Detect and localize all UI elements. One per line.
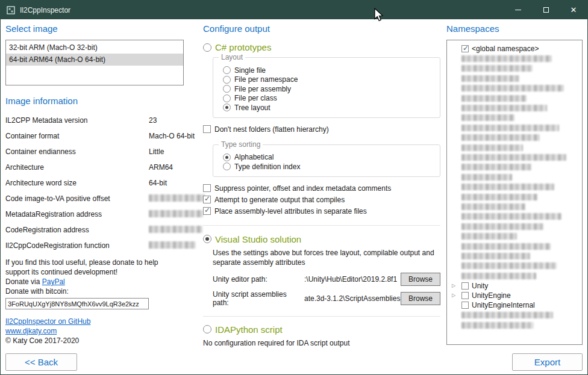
namespace-item-redacted[interactable] — [447, 152, 582, 162]
redacted-text — [461, 262, 557, 269]
donate-via-text: Donate via — [5, 277, 42, 286]
namespace-label: <global namespace> — [472, 45, 539, 53]
radio-file-per-namespace[interactable]: File per namespace — [223, 75, 435, 85]
namespace-item-redacted[interactable] — [447, 93, 582, 103]
redacted-text — [461, 184, 554, 190]
maximize-button[interactable] — [532, 1, 560, 19]
namespace-item-unityengineinternal[interactable]: UnityEngineInternal — [447, 300, 582, 310]
browse-editor-path-button[interactable]: Browse — [401, 273, 440, 286]
redacted-value — [149, 194, 205, 202]
namespace-item-redacted[interactable] — [447, 64, 582, 73]
radio-tree-layout[interactable]: Tree layout — [223, 103, 435, 113]
radio-file-per-class[interactable]: File per class — [223, 94, 435, 104]
radio-idapython-script[interactable]: IDAPython script — [203, 324, 442, 335]
donate-text: If you find this tool useful, please don… — [5, 258, 177, 277]
namespace-item-redacted[interactable] — [447, 202, 582, 211]
radio-csharp-prototypes[interactable]: C# prototypes — [203, 42, 442, 52]
radio-icon — [203, 43, 211, 52]
namespaces-tree[interactable]: <global namespace> ▷ Unity ▷ UnityEngine… — [446, 40, 583, 345]
redacted-text — [461, 134, 540, 141]
namespace-item-redacted[interactable] — [447, 172, 582, 182]
checkbox-icon[interactable] — [461, 302, 469, 309]
radio-type-definition-index[interactable]: Type definition index — [223, 162, 435, 172]
website-link[interactable]: www.djkaty.com — [5, 326, 202, 336]
namespace-item-unityengine[interactable]: ▷ UnityEngine — [447, 291, 582, 300]
redacted-text — [461, 164, 531, 170]
vs-solution-description: Uses the settings above but forces tree … — [213, 248, 437, 267]
namespace-item-redacted[interactable] — [447, 113, 582, 123]
paypal-link[interactable]: PayPal — [42, 277, 65, 286]
minimize-button[interactable] — [504, 1, 532, 19]
separator — [203, 225, 440, 226]
redacted-text — [461, 312, 553, 318]
info-row-metadata-version: IL2CPP Metadata version 23 — [5, 113, 202, 128]
export-button[interactable]: Export — [512, 353, 583, 371]
namespace-item-redacted[interactable] — [447, 73, 582, 83]
namespace-item-redacted[interactable] — [447, 163, 582, 172]
radio-single-file[interactable]: Single file — [223, 66, 435, 75]
namespace-item-redacted[interactable] — [447, 320, 582, 330]
redacted-namespace-items — [447, 311, 582, 330]
namespace-item-redacted[interactable] — [447, 84, 582, 93]
namespace-item-global[interactable]: <global namespace> — [447, 44, 582, 54]
window-title: Il2CppInspector — [20, 6, 70, 14]
redacted-value — [149, 241, 196, 249]
namespace-label: Unity — [472, 282, 488, 290]
title-bar[interactable]: Il2CppInspector ✕ — [1, 1, 587, 19]
checkbox-suppress-comments[interactable]: Suppress pointer, offset and index metad… — [203, 184, 442, 193]
bitcoin-address-input[interactable] — [5, 298, 149, 309]
radio-visual-studio-solution[interactable]: Visual Studio solution — [203, 234, 442, 244]
namespace-item-redacted[interactable] — [447, 311, 582, 320]
redacted-text — [461, 144, 523, 151]
namespace-item-redacted[interactable] — [447, 222, 582, 231]
redacted-text — [461, 55, 552, 62]
checkbox-icon[interactable] — [461, 292, 469, 299]
info-row-word-size: Architecture word size 64-bit — [5, 175, 202, 191]
close-button[interactable]: ✕ — [560, 1, 587, 19]
namespace-item-redacted[interactable] — [447, 251, 582, 261]
namespace-item-redacted[interactable] — [447, 261, 582, 271]
checkbox-output-compiles[interactable]: Attempt to generate output that compiles — [203, 196, 442, 204]
checkbox-icon[interactable] — [461, 45, 469, 52]
donate-paypal-line: Donate via PayPal — [5, 277, 202, 287]
info-label: Container format — [5, 132, 149, 140]
namespace-item-redacted[interactable] — [447, 133, 582, 143]
redacted-text — [461, 105, 547, 111]
expander-icon[interactable]: ▷ — [452, 291, 458, 300]
checkbox-separate-attribute-files[interactable]: Place assembly-level attributes in separ… — [203, 207, 442, 215]
back-button[interactable]: << Back — [5, 353, 77, 371]
info-row-coderegistration-function: Il2CppCodeRegistration function — [5, 238, 202, 253]
namespace-item-redacted[interactable] — [447, 123, 582, 132]
radio-label: File per namespace — [234, 75, 298, 84]
browse-assemblies-path-button[interactable]: Browse — [401, 292, 440, 305]
checkbox-icon — [203, 184, 211, 192]
info-label: MetadataRegistration address — [5, 210, 149, 218]
info-value: 23 — [149, 116, 202, 125]
select-image-panel: Select image 32-bit ARM (Mach-O 32-bit) … — [5, 23, 202, 346]
checkbox-icon[interactable] — [461, 282, 469, 290]
image-listbox[interactable]: 32-bit ARM (Mach-O 32-bit) 64-bit ARM64 … — [5, 40, 184, 85]
info-row-metadata-registration: MetadataRegistration address — [5, 206, 202, 222]
app-icon — [7, 6, 15, 14]
radio-file-per-assembly[interactable]: File per assembly — [223, 84, 435, 94]
namespace-item-redacted[interactable] — [447, 143, 582, 152]
info-label: Container endianness — [5, 147, 149, 156]
namespace-item-redacted[interactable] — [447, 192, 582, 202]
namespace-item-redacted[interactable] — [447, 54, 582, 63]
image-item-32bit[interactable]: 32-bit ARM (Mach-O 32-bit) — [6, 42, 183, 54]
namespace-item-redacted[interactable] — [447, 241, 582, 251]
unity-editor-path-row: Unity editor path: :\Unity\Hub\Editor\20… — [213, 273, 440, 287]
image-item-64bit[interactable]: 64-bit ARM64 (Mach-O 64-bit) — [6, 54, 183, 66]
namespace-item-redacted[interactable] — [447, 182, 582, 191]
expander-icon[interactable]: ▷ — [452, 281, 458, 291]
namespace-item-redacted[interactable] — [447, 271, 582, 280]
github-link[interactable]: Il2CppInspector on GitHub — [5, 317, 202, 326]
radio-alphabetical[interactable]: Alphabetical — [223, 153, 435, 163]
namespace-item-redacted[interactable] — [447, 212, 582, 222]
namespace-item-redacted[interactable] — [447, 103, 582, 113]
checkbox-flatten-hierarchy[interactable]: Don't nest folders (flatten hierarchy) — [203, 125, 442, 134]
namespace-item-redacted[interactable] — [447, 231, 582, 241]
radio-icon — [223, 95, 231, 102]
minimize-icon — [515, 10, 521, 10]
namespace-item-unity[interactable]: ▷ Unity — [447, 280, 582, 290]
